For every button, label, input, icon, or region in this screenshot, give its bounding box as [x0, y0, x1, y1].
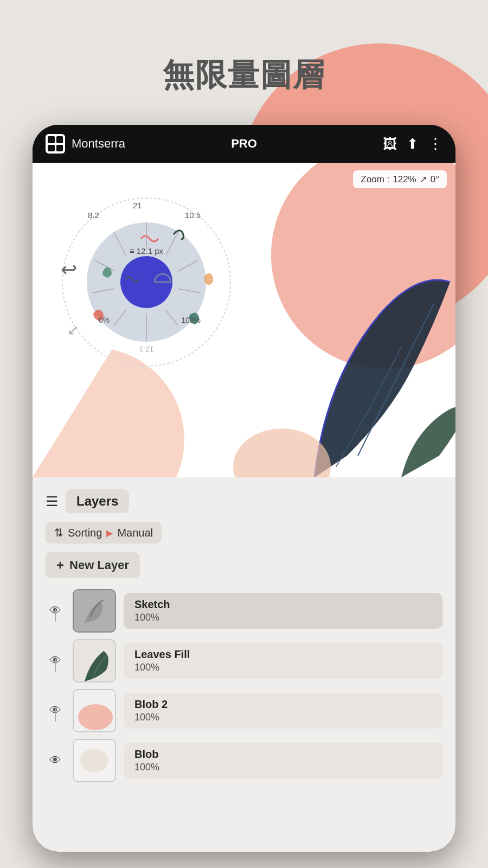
radial-menu[interactable]: 21 10.5 8.2 ≡ 12.1 px 0% 100% ↩ ↙ 12.1: [60, 195, 233, 369]
layer-opacity: 100%: [134, 712, 432, 723]
layer-info: Leaves Fill 100%: [124, 643, 442, 679]
layer-eye-icon[interactable]: 👁: [46, 751, 65, 770]
layer-thumbnail: [73, 639, 116, 682]
layer-info: Blob 2 100%: [124, 693, 442, 729]
zoom-angle: 0°: [431, 174, 439, 185]
upload-icon[interactable]: ⬆: [407, 136, 419, 152]
sorting-arrows-icon: ⇅: [54, 526, 63, 539]
sketch-thumb-art: [74, 590, 115, 631]
layer-name: Sketch: [134, 598, 432, 611]
radial-undo-icon[interactable]: ↩: [61, 258, 77, 281]
top-bar: Montserra PRO 🖼 ⬆ ⋮: [33, 125, 455, 163]
layer-info: Blob 100%: [124, 743, 442, 778]
new-layer-label: New Layer: [69, 558, 129, 572]
layer-item[interactable]: 👁 Sketch 100%: [46, 589, 442, 633]
layers-title: Layers: [66, 489, 129, 513]
sorting-label: Sorting: [68, 527, 102, 539]
layer-thumbnail: [73, 739, 116, 782]
layer-item[interactable]: 👁 Leaves Fill 100%: [46, 639, 442, 682]
blob-thumb-art: [74, 740, 115, 781]
radial-num-top: 21: [133, 201, 142, 210]
phone-frame: Montserra PRO 🖼 ⬆ ⋮ Zoom : 122% ↗ 0°: [33, 125, 455, 852]
layer-item[interactable]: 👁 Blob 100%: [46, 739, 442, 782]
layer-list: 👁 Sketch 100% 👁: [33, 589, 455, 782]
page-title: 無限量圖層: [0, 54, 488, 97]
new-layer-row: + New Layer: [33, 552, 455, 589]
layer-name: Blob: [134, 748, 432, 761]
plant-illustration: [228, 217, 455, 477]
svg-point-18: [78, 704, 113, 730]
radial-arrow-left2-icon[interactable]: ↙: [67, 322, 79, 339]
svg-point-20: [80, 749, 108, 773]
sorting-row: ⇅ Sorting ▶ Manual: [33, 522, 455, 552]
zoom-label: Zoom :: [361, 174, 389, 185]
sorting-arrow-icon: ▶: [106, 528, 113, 538]
layer-name: Leaves Fill: [134, 648, 432, 661]
radial-opacity-100: 100%: [181, 316, 201, 324]
radial-num-tr: 10.5: [185, 210, 201, 220]
zoom-bar[interactable]: Zoom : 122% ↗ 0°: [353, 170, 447, 188]
layer-opacity: 100%: [134, 762, 432, 773]
zoom-value: 122%: [393, 174, 416, 185]
new-layer-button[interactable]: + New Layer: [46, 552, 140, 578]
layers-menu-icon[interactable]: ☰: [46, 493, 58, 510]
sorting-button[interactable]: ⇅ Sorting ▶ Manual: [46, 522, 162, 544]
layer-thumbnail: [73, 689, 116, 732]
zoom-reset-icon[interactable]: ↗: [420, 174, 427, 185]
layer-opacity: 100%: [134, 612, 432, 623]
layer-opacity: 100%: [134, 662, 432, 673]
radial-size-label: ≡ 12.1 px: [130, 246, 163, 256]
page-title-area: 無限量圖層: [0, 54, 488, 97]
sorting-mode: Manual: [117, 527, 153, 539]
layers-header: ☰ Layers: [33, 477, 455, 522]
layer-item[interactable]: 👁 Blob 2 100%: [46, 689, 442, 732]
new-layer-plus-icon: +: [56, 558, 64, 573]
canvas-area[interactable]: Zoom : 122% ↗ 0°: [33, 163, 455, 477]
app-name: Montserra: [72, 137, 376, 151]
layer-connector-line: [55, 659, 56, 672]
radial-ring-svg: [60, 195, 233, 369]
layers-panel: ☰ Layers ⇅ Sorting ▶ Manual + New Layer …: [33, 477, 455, 852]
top-bar-icons: 🖼 ⬆ ⋮: [383, 136, 442, 152]
radial-num-tl: 8.2: [88, 210, 99, 220]
svg-point-14: [233, 429, 331, 477]
more-menu-icon[interactable]: ⋮: [428, 136, 442, 152]
layer-thumbnail: [73, 589, 116, 633]
app-pro-label: PRO: [231, 137, 257, 151]
leaves-thumb-art: [74, 640, 115, 681]
layer-connector-line: [55, 709, 56, 722]
radial-opacity-0: 0%: [99, 316, 110, 324]
layer-name: Blob 2: [134, 698, 432, 711]
layer-info: Sketch 100%: [124, 593, 442, 629]
app-icon: [46, 134, 65, 154]
radial-bottom-label: 12.1: [139, 345, 153, 354]
blob2-thumb-art: [74, 690, 115, 731]
image-icon[interactable]: 🖼: [383, 136, 397, 152]
layer-connector-line: [55, 609, 56, 622]
